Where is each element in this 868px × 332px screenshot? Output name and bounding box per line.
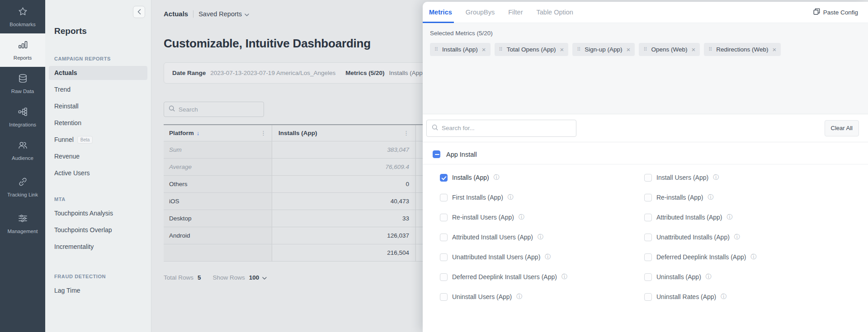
metric-chip[interactable]: ⠿ Installs (App) ×: [430, 43, 491, 56]
sidebar-item-actuals[interactable]: Actuals: [49, 66, 147, 80]
sidebar-item-lag-time[interactable]: Lag Time: [49, 284, 147, 298]
tab-filter[interactable]: Filter: [508, 2, 523, 23]
saved-reports-dropdown[interactable]: Saved Reports: [198, 10, 249, 18]
rail-item-bookmarks[interactable]: Bookmarks: [0, 0, 45, 33]
table-row[interactable]: 216,504: [164, 244, 425, 262]
column-header-platform[interactable]: Platform ↓ ⋮: [164, 125, 272, 141]
drag-handle-icon[interactable]: ⠿: [643, 47, 647, 52]
drag-handle-icon[interactable]: ⠿: [577, 47, 580, 52]
rail-item-integrations[interactable]: Integrations: [0, 100, 45, 134]
checkbox[interactable]: [644, 234, 652, 241]
group-checkbox-indeterminate[interactable]: [433, 150, 440, 158]
sidebar-item-revenue[interactable]: Revenue: [49, 150, 147, 164]
group-app-install[interactable]: App Install: [423, 150, 868, 158]
sidebar-item-incrementality[interactable]: Incrementality: [49, 240, 147, 254]
column-menu-icon[interactable]: ⋮: [256, 130, 266, 136]
table-row[interactable]: Desktop 33: [164, 210, 425, 227]
info-icon[interactable]: ⓘ: [516, 293, 522, 301]
sidebar-item-funnel[interactable]: FunnelBeta: [49, 133, 147, 147]
rail-item-reports[interactable]: Reports: [0, 33, 45, 67]
info-icon[interactable]: ⓘ: [713, 173, 719, 182]
metric-option[interactable]: Installs (App) ⓘ: [440, 168, 644, 187]
table-search-box[interactable]: [164, 102, 264, 117]
metrics-search-input[interactable]: [442, 125, 571, 131]
rail-item-tracking-link[interactable]: Tracking Link: [0, 167, 45, 207]
metric-option[interactable]: Unattributed Installs (App) ⓘ: [644, 227, 868, 247]
info-icon[interactable]: ⓘ: [734, 233, 740, 241]
checkbox[interactable]: [644, 174, 652, 182]
sidebar-item-reinstall[interactable]: Reinstall: [49, 99, 147, 113]
metric-chip[interactable]: ⠿ Total Opens (App) ×: [495, 43, 569, 56]
metric-option[interactable]: Install Users (App) ⓘ: [644, 168, 868, 187]
column-menu-icon[interactable]: ⋮: [399, 130, 409, 136]
sidebar-item-retention[interactable]: Retention: [49, 116, 147, 130]
checkbox[interactable]: [644, 194, 652, 201]
remove-chip-icon[interactable]: ×: [627, 46, 631, 53]
paste-config-button[interactable]: Paste Config: [813, 8, 858, 16]
sidebar-item-touchpoints-analysis[interactable]: Touchpoints Analysis: [49, 206, 147, 220]
table-search-input[interactable]: [179, 106, 259, 113]
table-row[interactable]: Sum 383,047: [164, 141, 425, 159]
sidebar-item-trend[interactable]: Trend: [49, 83, 147, 97]
metric-option[interactable]: Attributed Installs (App) ⓘ: [644, 207, 868, 227]
remove-chip-icon[interactable]: ×: [560, 46, 564, 53]
metric-option[interactable]: Re-installs (App) ⓘ: [644, 187, 868, 207]
clear-all-button[interactable]: Clear All: [825, 120, 859, 136]
info-icon[interactable]: ⓘ: [545, 253, 551, 261]
info-icon[interactable]: ⓘ: [519, 213, 524, 221]
drag-handle-icon[interactable]: ⠿: [434, 47, 438, 52]
checkbox[interactable]: [644, 253, 652, 261]
table-row[interactable]: Others 0: [164, 176, 425, 193]
remove-chip-icon[interactable]: ×: [691, 46, 695, 53]
metrics-search-box[interactable]: [426, 120, 576, 137]
checkbox[interactable]: [440, 293, 448, 301]
remove-chip-icon[interactable]: ×: [773, 46, 777, 53]
metric-option[interactable]: Unattributed Install Users (App) ⓘ: [440, 247, 644, 267]
sidebar-item-touchpoints-overlap[interactable]: Touchpoints Overlap: [49, 223, 147, 237]
checkbox[interactable]: [440, 234, 448, 241]
checkbox[interactable]: [440, 214, 448, 221]
metric-chip[interactable]: ⠿ Opens (Web) ×: [639, 43, 700, 56]
rail-item-management[interactable]: Management: [0, 207, 45, 240]
column-header-installs[interactable]: Installs (App) ⋮: [272, 125, 416, 141]
metric-option[interactable]: First Installs (App) ⓘ: [440, 187, 644, 207]
table-row[interactable]: Average 76,609.4: [164, 159, 425, 176]
sidebar-item-active-users[interactable]: Active Users: [49, 166, 147, 180]
metric-option[interactable]: Deferred Deeplink Install Users (App) ⓘ: [440, 267, 644, 287]
metric-option[interactable]: Re-install Users (App) ⓘ: [440, 207, 644, 227]
info-icon[interactable]: ⓘ: [750, 253, 756, 261]
show-rows-select[interactable]: 100: [249, 274, 259, 281]
metric-chip[interactable]: ⠿ Redirections (Web) ×: [704, 43, 781, 56]
info-icon[interactable]: ⓘ: [561, 273, 567, 281]
chevron-down-icon[interactable]: [262, 274, 267, 281]
tab-table-option[interactable]: Table Option: [537, 2, 573, 23]
info-icon[interactable]: ⓘ: [727, 213, 733, 221]
table-row[interactable]: iOS 40,473: [164, 193, 425, 210]
rail-item-raw-data[interactable]: Raw Data: [0, 67, 45, 100]
info-icon[interactable]: ⓘ: [508, 193, 514, 201]
rail-item-audience[interactable]: Audience: [0, 134, 45, 167]
sidebar-collapse-button[interactable]: [133, 6, 145, 18]
metric-option[interactable]: Uninstall Rates (App) ⓘ: [644, 287, 868, 307]
drag-handle-icon[interactable]: ⠿: [499, 47, 503, 52]
checkbox[interactable]: [644, 273, 652, 281]
checkbox-checked[interactable]: [440, 174, 448, 182]
checkbox[interactable]: [644, 293, 652, 301]
tab-metrics[interactable]: Metrics: [429, 2, 452, 23]
metric-option[interactable]: Deferred Deeplink Installs (App) ⓘ: [644, 247, 868, 267]
metric-option[interactable]: Attributed Install Users (App) ⓘ: [440, 227, 644, 247]
checkbox[interactable]: [644, 214, 652, 221]
checkbox[interactable]: [440, 273, 448, 281]
info-icon[interactable]: ⓘ: [706, 273, 712, 281]
checkbox[interactable]: [440, 253, 448, 261]
remove-chip-icon[interactable]: ×: [482, 46, 486, 53]
info-icon[interactable]: ⓘ: [708, 193, 713, 201]
table-row[interactable]: Android 126,037: [164, 227, 425, 244]
metric-option[interactable]: Uninstalls (App) ⓘ: [644, 267, 868, 287]
info-icon[interactable]: ⓘ: [538, 233, 543, 241]
drag-handle-icon[interactable]: ⠿: [708, 47, 712, 52]
metric-chip[interactable]: ⠿ Sign-up (App) ×: [572, 43, 635, 56]
info-icon[interactable]: ⓘ: [721, 293, 726, 301]
tab-groupbys[interactable]: GroupBys: [466, 2, 495, 23]
checkbox[interactable]: [440, 194, 448, 201]
